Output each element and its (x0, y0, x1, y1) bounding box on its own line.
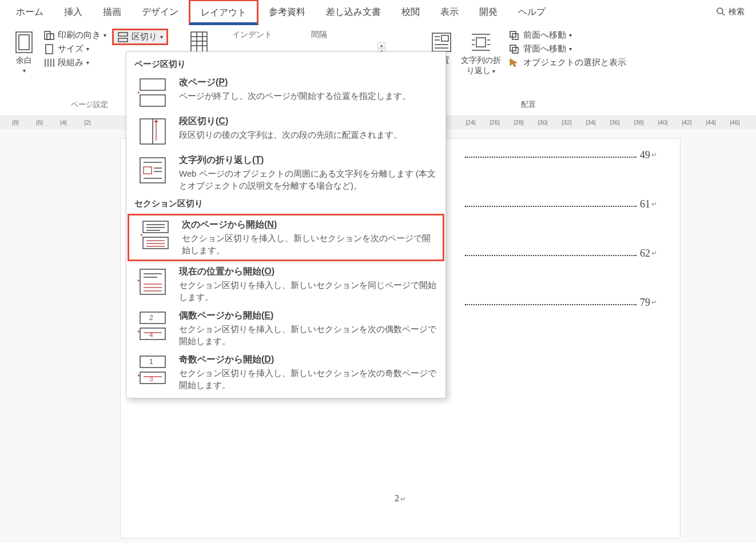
ribbon-tabs: ホーム 挿入 描画 デザイン レイアウト 参考資料 差し込み文書 校閲 表示 開… (0, 0, 756, 24)
orientation-button[interactable]: 印刷の向き▾ (41, 29, 109, 42)
tab-help[interactable]: ヘルプ (508, 1, 556, 24)
break-even-item[interactable]: 24 偶数ページから開始(E) セクション区切りを挿入し、新しいセクションを次の… (126, 306, 445, 350)
break-odd-item[interactable]: 13 奇数ページから開始(D) セクション区切りを挿入し、新しいセクションを次の… (126, 350, 445, 394)
break-page-title: 改ページ(P) (179, 77, 437, 89)
indent-header: インデント (230, 29, 274, 41)
break-wrap-item[interactable]: 文字列の折り返し(T) Web ページのオブジェクトの周囲にある文字列を分離しま… (126, 151, 445, 195)
page-breaks-header: ページ区切り (126, 55, 445, 73)
svg-rect-3 (19, 35, 29, 50)
tab-home[interactable]: ホーム (6, 1, 54, 24)
break-page-item[interactable]: 改ページ(P) ページが終了し、次のページが開始する位置を指定します。 (126, 73, 445, 112)
page-break-icon (134, 77, 171, 109)
tab-review[interactable]: 校閲 (391, 1, 430, 24)
svg-rect-6 (46, 45, 53, 54)
tab-view[interactable]: 表示 (430, 1, 469, 24)
wrap-label-1: 文字列の折 (461, 55, 501, 66)
break-odd-desc: セクション区切りを挿入し、新しいセクションを次の奇数ページで開始します。 (179, 367, 437, 391)
break-even-desc: セクション区切りを挿入し、新しいセクションを次の偶数ページで開始します。 (179, 323, 437, 347)
search-icon (716, 7, 725, 18)
toc-page-number: 79 (640, 297, 650, 309)
tab-layout[interactable]: レイアウト (189, 0, 258, 25)
bring-forward-button[interactable]: 前面へ移動▾ (507, 29, 628, 42)
tab-developer[interactable]: 開発 (469, 1, 508, 24)
bring-forward-icon (509, 30, 520, 41)
break-next-page-item[interactable]: 次のページから開始(N) セクション区切りを挿入し、新しいセクションを次のページ… (128, 214, 444, 261)
size-label: サイズ (58, 43, 83, 54)
svg-rect-33 (510, 31, 516, 37)
break-column-title: 段区切り(C) (179, 115, 437, 127)
even-break-icon: 24 (134, 310, 171, 342)
paragraph-mark-icon: ↵ (651, 298, 657, 306)
selection-label: オブジェクトの選択と表示 (523, 57, 626, 68)
break-wrap-desc: Web ページのオブジェクトの周囲にある文字列を分離します (本文とオブジェクト… (179, 167, 437, 191)
break-continuous-title: 現在の位置から開始(O) (179, 266, 437, 278)
wrap-break-icon (134, 154, 171, 186)
toc-leader (465, 250, 636, 256)
chevron-down-icon: ▾ (86, 59, 89, 66)
svg-rect-35 (512, 47, 518, 53)
size-icon (43, 44, 55, 54)
break-wrap-title: 文字列の折り返し(T) (179, 154, 437, 166)
chevron-down-icon: ▾ (160, 34, 163, 40)
page-number: 2↵ (395, 493, 406, 504)
break-next-page-desc: セクション区切りを挿入し、新しいセクションを次のページで開始します。 (182, 232, 435, 256)
break-next-page-title: 次のページから開始(N) (182, 219, 435, 231)
columns-icon (43, 58, 55, 68)
break-continuous-item[interactable]: 現在の位置から開始(O) セクション区切りを挿入し、新しいセクションを同じページ… (126, 262, 445, 306)
svg-rect-13 (191, 32, 207, 53)
paragraph-mark-icon: ↵ (651, 151, 657, 159)
svg-marker-58 (141, 234, 143, 236)
break-page-desc: ページが終了し、次のページが開始する位置を指定します。 (179, 90, 437, 102)
columns-button[interactable]: 段組み▾ (41, 56, 109, 69)
chevron-down-icon: ▾ (23, 67, 26, 74)
search-area[interactable]: 検索 (716, 7, 756, 18)
svg-rect-12 (118, 38, 128, 42)
svg-rect-50 (143, 221, 168, 233)
wrap-button[interactable]: 文字列の折 り返し ▾ (459, 29, 503, 99)
break-even-title: 偶数ページから開始(E) (179, 310, 437, 322)
svg-rect-38 (140, 95, 165, 106)
svg-rect-32 (512, 34, 518, 39)
svg-text:1: 1 (149, 358, 153, 366)
svg-text:4: 4 (149, 331, 153, 339)
selection-pane-button[interactable]: オブジェクトの選択と表示 (507, 56, 628, 69)
chevron-down-icon: ▾ (492, 68, 495, 74)
svg-rect-25 (476, 38, 486, 47)
toc-leader (465, 201, 636, 207)
bring-forward-label: 前面へ移動 (523, 30, 566, 41)
group-arrange: 位置 ▾ 文字列の折 り返し ▾ 前面へ移動▾ 背面へ移動▾ (423, 27, 633, 112)
breaks-button[interactable]: 区切り▾ (112, 29, 168, 45)
margins-icon (13, 31, 35, 54)
svg-marker-39 (138, 91, 140, 94)
orientation-icon (43, 30, 55, 41)
break-column-item[interactable]: 段区切り(C) 段区切りの後の文字列は、次の段の先頭に配置されます。 (126, 112, 445, 151)
chevron-down-icon: ▾ (104, 32, 106, 38)
svg-text:2: 2 (149, 314, 153, 322)
breaks-icon (117, 32, 129, 42)
size-button[interactable]: サイズ▾ (41, 42, 109, 55)
svg-rect-34 (510, 45, 516, 51)
margins-button[interactable]: 余白 ▾ (10, 29, 38, 99)
tab-draw[interactable]: 描画 (93, 1, 132, 24)
tab-references[interactable]: 参考資料 (258, 1, 316, 24)
selection-icon (509, 58, 520, 68)
svg-marker-43 (154, 119, 158, 122)
tab-mailings[interactable]: 差し込み文書 (316, 1, 391, 24)
spinner-up[interactable]: ▴ (377, 42, 385, 48)
toc-page-number: 62 (640, 247, 650, 259)
position-icon (430, 31, 453, 54)
break-continuous-desc: セクション区切りを挿入し、新しいセクションを同じページで開始します。 (179, 279, 437, 303)
margins-label: 余白 (16, 55, 32, 66)
spacing-header: 間隔 (309, 29, 329, 41)
toc-leader (465, 152, 636, 158)
wrap-icon (469, 31, 492, 54)
search-label: 検索 (729, 7, 745, 17)
send-backward-button[interactable]: 背面へ移動▾ (507, 42, 628, 55)
tab-insert[interactable]: 挿入 (54, 1, 93, 24)
paper-icon (188, 31, 210, 54)
tab-design[interactable]: デザイン (132, 1, 189, 24)
svg-text:3: 3 (149, 375, 153, 383)
toc-leader (465, 300, 636, 305)
columns-label: 段組み (58, 57, 83, 68)
chevron-down-icon: ▾ (569, 46, 572, 52)
